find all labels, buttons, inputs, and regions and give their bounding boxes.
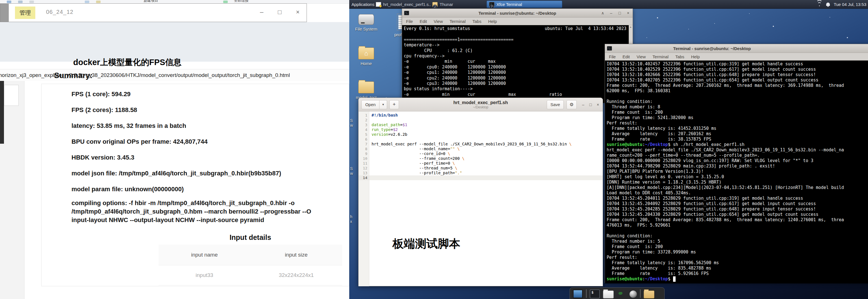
line-number: 1 bbox=[359, 113, 369, 118]
minimize-icon[interactable]: – bbox=[257, 6, 267, 18]
maximize-icon[interactable]: □ bbox=[275, 6, 284, 18]
line-number: 11 bbox=[359, 161, 369, 166]
sidebar-panel bbox=[4, 85, 19, 106]
terminal-line: -e cpu0: 240000 1200000 1200000 bbox=[404, 64, 632, 70]
col-input-size: input size bbox=[250, 252, 342, 258]
line-number: 6 bbox=[359, 137, 369, 142]
clipped-toolbar-icon bbox=[29, 1, 34, 3]
window-count-badge: 2 bbox=[433, 4, 437, 8]
dock-separator bbox=[586, 290, 587, 298]
terminal-line: Frame rate is: 38.157875 FPS bbox=[607, 137, 868, 142]
dock-sphere-icon[interactable] bbox=[629, 291, 637, 298]
desktop-icon-model-test[interactable]: model_test bbox=[352, 81, 380, 100]
terminal-line: I0704 13:52:45.204330 2528029 function_u… bbox=[607, 212, 868, 217]
menu-item[interactable]: Tabs bbox=[675, 54, 684, 59]
home-glyph: ⌂ bbox=[364, 50, 368, 57]
terminal-line: Frame count: 200, Thread Average: 207.26… bbox=[607, 83, 868, 88]
save-button[interactable]: Save bbox=[547, 100, 564, 109]
terminal-line: Frame count is: 200 bbox=[607, 110, 868, 115]
summary-item: HBDK version: 3.45.3 bbox=[71, 150, 343, 165]
menu-item[interactable]: File bbox=[406, 19, 413, 24]
desktop-icon-filesystem[interactable]: File System bbox=[352, 14, 380, 31]
terminal-line: I0704 13:52:10.402529 2522396 function_u… bbox=[607, 67, 868, 72]
menu-item[interactable]: View bbox=[434, 19, 443, 24]
panel-clock[interactable]: Tue 04 Jul, 13:53 bbox=[834, 2, 866, 7]
terminal-line bbox=[404, 31, 632, 37]
table-header-row: input name input size bbox=[158, 245, 342, 265]
terminal-line: 476013 ms, FPS: 5.929661 bbox=[607, 223, 868, 228]
menu-item[interactable]: Tabs bbox=[472, 19, 482, 24]
desktop-icon-home[interactable]: ⌂ Home bbox=[352, 48, 380, 66]
close-icon[interactable]: × bbox=[596, 102, 600, 107]
terminal-line: Running condition: bbox=[607, 234, 868, 239]
terminal1-content[interactable]: Every 0.1s: hrut_somstatusubuntu: Tue Ju… bbox=[402, 25, 632, 103]
app-icon bbox=[0, 4, 9, 22]
editor-body[interactable]: 1234567891011121314 #!/bin/bash dataset_… bbox=[359, 111, 603, 286]
taskbar-item-label: Thunar bbox=[440, 2, 453, 7]
summary-item: FPS (1 core): 594.29 bbox=[71, 86, 343, 102]
file-path: horizon_xj3_open_explorer_v2.6.2b-py38_2… bbox=[0, 72, 290, 78]
wifi-icon[interactable] bbox=[816, 2, 822, 6]
annotation-board-result: 板端测试结果 bbox=[721, 247, 792, 263]
menu-item[interactable]: Terminal bbox=[450, 19, 466, 24]
terminal-icon: ›_ bbox=[404, 11, 409, 15]
dock-desktop-icon[interactable] bbox=[573, 290, 583, 298]
open-dropdown-button[interactable]: ▾ bbox=[379, 100, 387, 109]
icon-label-fragment: hx bbox=[350, 214, 352, 224]
terminal1-titlebar[interactable]: ›_ Terminal - sunrise@ubuntu: ~/Desktop … bbox=[402, 9, 632, 18]
terminal-line: Frame totally latency is: 41452.031250 m… bbox=[607, 126, 868, 131]
taskbar-item-editor[interactable]: hrt_model_exec_perf1.s... bbox=[374, 1, 431, 8]
terminal-line bbox=[607, 228, 868, 234]
minimize-icon[interactable]: – bbox=[581, 102, 585, 107]
terminal-line: [HBRT] set log level as 0. version = 3.1… bbox=[607, 174, 868, 180]
desktop-icon-label: Home bbox=[361, 61, 372, 66]
editor-headerbar[interactable]: Open ▾ + hrt_model_exec_perf1.sh ~/Deskt… bbox=[359, 98, 603, 111]
close-icon[interactable]: × bbox=[293, 6, 303, 18]
code-line: --profile_path="." bbox=[369, 170, 603, 175]
gear-icon[interactable]: ⚙ bbox=[566, 100, 577, 109]
summary-list: FPS (1 core): 594.29FPS (2 cores): 1188.… bbox=[71, 86, 343, 197]
dock-filemanager-icon[interactable] bbox=[603, 291, 614, 298]
shade-icon[interactable]: ∧ bbox=[600, 11, 605, 15]
menu-item[interactable]: Edit bbox=[622, 54, 630, 59]
terminal-line: Average latency is: 835.482788 ms bbox=[607, 266, 868, 271]
taskbar-item-thunar[interactable]: 2 Thunar bbox=[430, 1, 456, 8]
terminal-line: Perf result: bbox=[607, 120, 868, 126]
clipped-toolbar-icon bbox=[7, 1, 11, 3]
dock-terminal-icon[interactable]: $ bbox=[590, 290, 600, 298]
code-line: --perf_time=0 \ bbox=[369, 161, 603, 166]
tab-manage[interactable]: 管理 bbox=[15, 6, 35, 19]
line-number: 14 bbox=[359, 175, 369, 180]
new-tab-button[interactable]: + bbox=[390, 100, 399, 109]
menu-item[interactable]: File bbox=[609, 54, 616, 59]
compiling-line: /tmp/tmp0_af4l6q/torch_jit_subgraph_0.hb… bbox=[71, 207, 343, 216]
open-button[interactable]: Open bbox=[361, 100, 379, 109]
notification-bell-icon[interactable] bbox=[826, 3, 830, 6]
terminal2-title: Terminal - sunrise@ubuntu: ~/Desktop bbox=[554, 46, 868, 51]
sidebar-dark-strip bbox=[0, 81, 4, 144]
maximize-icon[interactable]: □ bbox=[617, 11, 622, 15]
table-row: input33 32x224x224x1 bbox=[158, 265, 342, 286]
close-icon[interactable]: × bbox=[626, 11, 630, 15]
menu-item[interactable]: Terminal bbox=[652, 54, 669, 59]
line-number: 9 bbox=[359, 151, 369, 156]
explorer-titlebar[interactable]: 管理 06_24_12 – □ × bbox=[0, 3, 307, 22]
dock-folder-icon[interactable] bbox=[644, 291, 654, 298]
terminal-line: Thread number is: 5 bbox=[607, 239, 868, 244]
clipped-toolbar-label: 全部连接 bbox=[234, 0, 249, 3]
terminal-line: [A][DNN][packed_model.cpp:234][Model](20… bbox=[607, 185, 868, 190]
line-number: 4 bbox=[359, 127, 369, 132]
dock-browser-icon[interactable] bbox=[617, 290, 626, 299]
menu-item[interactable]: Help bbox=[488, 19, 497, 24]
menu-item[interactable]: Edit bbox=[420, 19, 427, 24]
maximize-icon[interactable]: □ bbox=[589, 102, 592, 107]
menu-item[interactable]: Help bbox=[691, 54, 700, 59]
minimize-icon[interactable]: – bbox=[609, 11, 613, 15]
summary-item: model json file: /tmp/tmp0_af4l6q/torch_… bbox=[71, 165, 343, 181]
taskbar-item-terminal[interactable]: ›_ 2 Xfce Terminal bbox=[487, 1, 562, 8]
terminal2-titlebar[interactable]: ›_ Terminal - sunrise@ubuntu: ~/Desktop bbox=[605, 44, 868, 53]
applications-label: Applications bbox=[351, 2, 374, 7]
terminal-line: Running condition: bbox=[607, 99, 868, 104]
menu-item[interactable]: View bbox=[637, 54, 646, 59]
line-number: 2 bbox=[359, 118, 369, 123]
